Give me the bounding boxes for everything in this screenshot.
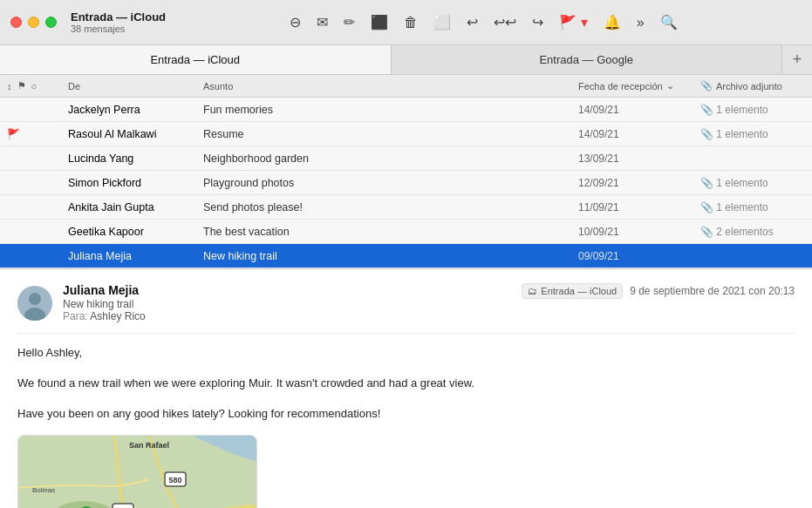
traffic-lights [10, 17, 57, 28]
email-list: Jackelyn Perra Fun memories 14/09/21 📎 1… [0, 98, 812, 268]
minimize-button[interactable] [28, 17, 39, 28]
row-from: Rasoul Al Malkawi [68, 128, 203, 140]
flag-button[interactable]: 🚩 ▾ [559, 14, 587, 30]
close-button[interactable] [10, 17, 22, 28]
row-from: Juliana Mejia [68, 250, 203, 262]
inbox-label: Entrada — iCloud [541, 286, 617, 296]
app-name: Entrada — iCloud [71, 10, 166, 24]
row-from: Ankita Jain Gupta [68, 201, 203, 213]
avatar-svg [17, 286, 52, 321]
row-subject: Send photos please! [203, 201, 578, 213]
row-subject: Fun memories [203, 104, 578, 116]
row-icons: 🚩 [7, 128, 68, 140]
email-row[interactable]: Jackelyn Perra Fun memories 14/09/21 📎 1… [0, 98, 812, 122]
preview-to-name: Ashley Rico [90, 310, 145, 322]
preview-to: Para: Ashley Rico [63, 310, 146, 322]
map-attachment[interactable]: 101 580 San Rafael Bolinas Muir Woods Na… [17, 435, 257, 508]
to-label: Para: [63, 310, 88, 322]
preview-meta: 🗂 Entrada — iCloud 9 de septiembre de 20… [522, 283, 795, 299]
reply-icon[interactable]: ↩ [467, 14, 478, 30]
header-attach[interactable]: 📎 Archivo adjunto [700, 80, 805, 91]
move-icon[interactable]: ⬛ [371, 14, 388, 30]
tabbar: Entrada — iCloud Entrada — Google + [0, 45, 812, 75]
svg-text:580: 580 [168, 476, 181, 484]
flag-indicator: 🚩 [7, 128, 20, 140]
svg-text:San Rafael: San Rafael [129, 441, 169, 450]
row-date: 10/09/21 [578, 226, 700, 238]
sender-info: Juliana Mejia New hiking trail Para: Ash… [63, 283, 146, 322]
inbox-badge: 🗂 Entrada — iCloud [522, 283, 623, 299]
header-from[interactable]: De [68, 81, 203, 91]
row-from: Geetika Kapoor [68, 226, 203, 238]
row-from: Lucinda Yang [68, 152, 203, 165]
row-subject: Playground photos [203, 177, 578, 189]
map-svg: 101 580 San Rafael Bolinas Muir Woods Na… [18, 436, 257, 508]
row-date: 13/09/21 [578, 152, 700, 165]
row-date: 14/09/21 [578, 104, 700, 116]
row-subject: The best vacation [203, 226, 578, 238]
row-attach: 📎 1 elemento [700, 104, 805, 116]
junk-icon[interactable]: ⬜ [433, 14, 451, 30]
body-line-2: We found a new trail when we were explor… [17, 375, 795, 393]
email-row[interactable]: 🚩 Rasoul Al Malkawi Resume 14/09/21 📎 1 … [0, 122, 812, 146]
forward-icon[interactable]: ↪ [532, 14, 543, 30]
row-subject: Neighborhood garden [203, 152, 578, 165]
tab-google[interactable]: Entrada — Google [392, 45, 783, 74]
body-line-3: Have you been on any good hikes lately? … [17, 405, 795, 423]
row-subject: Resume [203, 128, 578, 140]
row-attach: 📎 1 elemento [700, 177, 805, 189]
list-header: ↕⚑○ De Asunto Fecha de recepción ⌄ 📎 Arc… [0, 75, 812, 98]
main-content: ↕⚑○ De Asunto Fecha de recepción ⌄ 📎 Arc… [0, 75, 812, 508]
row-date: 11/09/21 [578, 201, 700, 213]
new-message-icon[interactable]: ✏ [344, 14, 355, 30]
preview-date: 9 de septiembre de 2021 con 20:13 [630, 285, 795, 297]
more-icon[interactable]: » [637, 15, 645, 30]
email-row[interactable]: Juliana Mejia New hiking trail 09/09/21 [0, 244, 812, 268]
app-title: Entrada — iCloud 38 mensajes [71, 10, 166, 34]
sender-row: Juliana Mejia New hiking trail Para: Ash… [17, 283, 146, 322]
email-row[interactable]: Simon Pickford Playground photos 12/09/2… [0, 171, 812, 195]
preview-header: Juliana Mejia New hiking trail Para: Ash… [17, 283, 795, 322]
compose-icon[interactable]: ✉ [317, 14, 328, 30]
body-line-1: Hello Ashley, [17, 344, 795, 362]
sender-name: Juliana Mejia [63, 283, 146, 297]
email-row[interactable]: Lucinda Yang Neighborhood garden 13/09/2… [0, 146, 812, 171]
sort-icons[interactable]: ↕⚑○ [7, 80, 68, 91]
search-icon[interactable]: 🔍 [660, 14, 678, 30]
notification-icon[interactable]: 🔔 [604, 14, 621, 30]
row-date: 09/09/21 [578, 250, 700, 262]
row-attach: 📎 1 elemento [700, 201, 805, 213]
toolbar: ⊖ ✉ ✏ ⬛ 🗑 ⬜ ↩ ↩↩ ↪ 🚩 ▾ 🔔 » 🔍 [290, 14, 677, 30]
titlebar: Entrada — iCloud 38 mensajes ⊖ ✉ ✏ ⬛ 🗑 ⬜… [0, 0, 812, 45]
map-image: 101 580 San Rafael Bolinas Muir Woods Na… [18, 436, 256, 508]
email-preview: Juliana Mejia New hiking trail Para: Ash… [0, 269, 812, 508]
row-date: 12/09/21 [578, 177, 700, 189]
divider [17, 333, 795, 334]
email-row[interactable]: Ankita Jain Gupta Send photos please! 11… [0, 195, 812, 220]
svg-point-1 [29, 293, 41, 305]
row-from: Simon Pickford [68, 177, 203, 189]
archive-icon[interactable]: ⊖ [290, 14, 301, 30]
row-attach: 📎 1 elemento [700, 128, 805, 140]
header-subject[interactable]: Asunto [203, 81, 578, 91]
reply-all-icon[interactable]: ↩↩ [494, 14, 516, 30]
sender-avatar [17, 286, 52, 321]
svg-text:Bolinas: Bolinas [32, 486, 55, 494]
preview-subject: New hiking trail [63, 298, 146, 310]
add-tab-button[interactable]: + [782, 45, 812, 74]
email-list-section: ↕⚑○ De Asunto Fecha de recepción ⌄ 📎 Arc… [0, 75, 812, 269]
tab-icloud[interactable]: Entrada — iCloud [0, 45, 392, 74]
header-date[interactable]: Fecha de recepción ⌄ [578, 80, 700, 91]
message-count: 38 mensajes [71, 24, 125, 34]
row-subject: New hiking trail [203, 250, 578, 262]
email-row[interactable]: Geetika Kapoor The best vacation 10/09/2… [0, 220, 812, 244]
row-date: 14/09/21 [578, 128, 700, 140]
delete-icon[interactable]: 🗑 [404, 15, 418, 30]
email-body: Hello Ashley, We found a new trail when … [17, 344, 795, 423]
fullscreen-button[interactable] [45, 17, 57, 28]
row-attach: 📎 2 elementos [700, 226, 805, 238]
row-from: Jackelyn Perra [68, 104, 203, 116]
